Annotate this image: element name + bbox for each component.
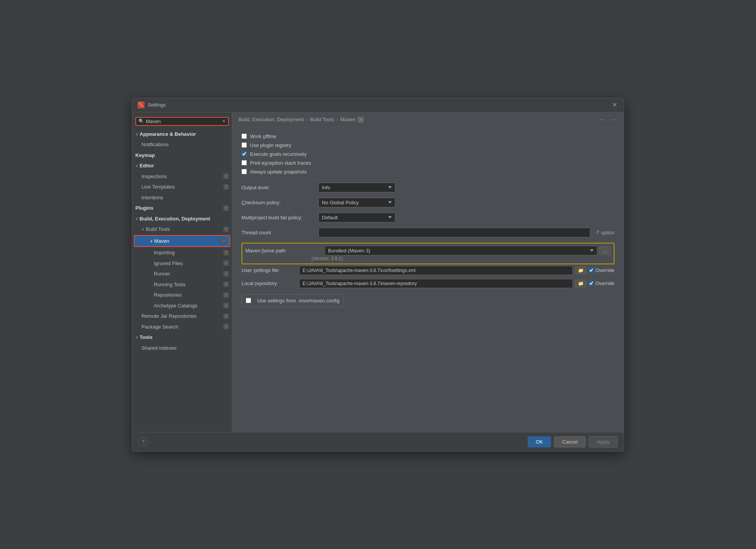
sidebar-item-remote-jar[interactable]: Remote Jar Repositories ≡ bbox=[132, 311, 232, 322]
use-plugin-registry-checkbox[interactable] bbox=[241, 142, 247, 148]
sidebar-item-intentions[interactable]: Intentions bbox=[132, 192, 232, 203]
expand-arrow: ∨ bbox=[135, 334, 138, 340]
sidebar-item-inspections[interactable]: Inspections ≡ bbox=[132, 171, 232, 182]
checksum-policy-row: Checksum policy: No Global Policy Fail W… bbox=[241, 198, 614, 207]
sidebar-item-label: Appearance & Behavior bbox=[140, 130, 196, 138]
checksum-policy-control: No Global Policy Fail Warn bbox=[318, 198, 614, 207]
thread-count-input[interactable] bbox=[318, 228, 590, 237]
mvn-config-checkbox[interactable] bbox=[246, 298, 251, 303]
sidebar-item-label: Notifications bbox=[142, 141, 169, 149]
user-settings-input[interactable] bbox=[299, 266, 573, 275]
work-offline-checkbox[interactable] bbox=[241, 133, 247, 139]
indicator-icon: ≡ bbox=[223, 303, 229, 308]
maven-home-select[interactable]: Bundled (Maven 3) Custom bbox=[325, 246, 597, 255]
sidebar-item-label: Running Tests bbox=[154, 281, 185, 289]
forward-button[interactable]: → bbox=[608, 116, 618, 123]
search-clear-icon[interactable]: ✕ bbox=[222, 118, 226, 124]
output-level-label: Output level: bbox=[241, 185, 318, 190]
checksum-policy-select[interactable]: No Global Policy Fail Warn bbox=[318, 198, 395, 207]
output-level-row: Output level: Info Debug Warn Error bbox=[241, 183, 614, 192]
thread-count-control: -T option bbox=[318, 228, 614, 237]
mvn-config-label[interactable]: Use settings from .mvn/maven.config bbox=[257, 298, 340, 304]
execute-goals-checkbox[interactable] bbox=[241, 151, 247, 157]
breadcrumb: Build, Execution, Deployment › Build Too… bbox=[238, 117, 364, 123]
sidebar-item-plugins[interactable]: Plugins ≡ bbox=[132, 203, 232, 214]
multiproject-policy-select[interactable]: Default AT_END NEVER FAIL_FAST bbox=[318, 213, 395, 222]
apply-button[interactable]: Apply bbox=[589, 436, 618, 447]
local-repo-control: 📁 bbox=[299, 279, 586, 288]
sidebar: 🔍 ✕ ∨ Appearance & Behavior Notification… bbox=[132, 112, 232, 432]
sidebar-item-label: Maven bbox=[154, 237, 169, 245]
sidebar-item-package-search[interactable]: Package Search ≡ bbox=[132, 322, 232, 332]
sidebar-item-label: Keymap bbox=[135, 152, 155, 159]
user-settings-browse-button[interactable]: 📁 bbox=[575, 267, 586, 274]
execute-goals-label[interactable]: Execute goals recursively bbox=[250, 151, 306, 157]
sidebar-item-importing[interactable]: Importing ≡ bbox=[132, 247, 232, 258]
sidebar-item-label: Repositories bbox=[154, 291, 182, 299]
nav-arrows: ← → bbox=[598, 116, 618, 123]
breadcrumb-part-3: Maven bbox=[340, 117, 355, 122]
maven-version-text: (Version: 3.8.1) bbox=[310, 256, 343, 261]
maven-home-inner: Maven home path: Bundled (Maven 3) Custo… bbox=[245, 246, 611, 255]
thread-count-row: Thread count -T option bbox=[241, 228, 614, 237]
indicator-icon: ≡ bbox=[223, 324, 229, 329]
sidebar-item-running-tests[interactable]: Running Tests ≡ bbox=[132, 279, 232, 290]
local-repo-override-row: Override bbox=[589, 280, 614, 286]
sidebar-item-archetype-catalogs[interactable]: Archetype Catalogs ≡ bbox=[132, 300, 232, 311]
help-button[interactable]: ? bbox=[138, 437, 148, 446]
use-plugin-registry-label[interactable]: Use plugin registry bbox=[250, 142, 291, 148]
search-icon: 🔍 bbox=[138, 118, 144, 124]
user-settings-override-checkbox[interactable] bbox=[589, 268, 594, 273]
sidebar-item-keymap[interactable]: Keymap bbox=[132, 150, 232, 161]
title-bar: 🔧 Settings ✕ bbox=[132, 98, 624, 112]
always-update-checkbox[interactable] bbox=[241, 169, 247, 174]
indicator-icon: ≡ bbox=[223, 174, 229, 179]
maven-version-info: (Version: 3.8.1) bbox=[245, 255, 611, 261]
ok-button[interactable]: OK bbox=[528, 436, 551, 447]
breadcrumb-sep-2: › bbox=[336, 117, 338, 122]
close-button[interactable]: ✕ bbox=[611, 101, 618, 109]
sidebar-item-notifications[interactable]: Notifications bbox=[132, 139, 232, 150]
sidebar-item-label: Ignored Files bbox=[154, 260, 183, 267]
user-settings-override-label[interactable]: Override bbox=[595, 267, 614, 273]
sidebar-item-repositories[interactable]: Repositories ≡ bbox=[132, 290, 232, 300]
sidebar-item-tools[interactable]: ∨ Tools bbox=[132, 332, 232, 343]
local-repo-row: Local repository: 📁 Override bbox=[241, 279, 614, 288]
maven-home-browse-button[interactable]: ... bbox=[599, 247, 611, 255]
work-offline-label[interactable]: Work offline bbox=[250, 133, 276, 139]
cancel-button[interactable]: Cancel bbox=[554, 436, 586, 447]
expand-arrow: ∨ bbox=[150, 238, 153, 244]
dialog-title: Settings bbox=[148, 102, 166, 108]
print-exception-checkbox[interactable] bbox=[241, 160, 247, 165]
local-repo-browse-button[interactable]: 📁 bbox=[575, 280, 586, 287]
local-repo-override-label[interactable]: Override bbox=[595, 280, 614, 286]
search-input[interactable] bbox=[146, 118, 222, 124]
sidebar-item-maven[interactable]: ∨ Maven ≡ bbox=[134, 235, 230, 247]
local-repo-input[interactable] bbox=[299, 279, 573, 288]
expand-arrow: ∨ bbox=[135, 131, 138, 137]
sidebar-item-build-exec[interactable]: ∨ Build, Execution, Deployment bbox=[132, 214, 232, 224]
title-bar-left: 🔧 Settings bbox=[138, 102, 166, 108]
indicator-icon: ≡ bbox=[223, 205, 229, 211]
sidebar-item-live-templates[interactable]: Live Templates ≡ bbox=[132, 182, 232, 192]
expand-arrow: ∨ bbox=[142, 226, 144, 232]
always-update-label[interactable]: Always update snapshots bbox=[250, 169, 306, 175]
indicator-icon: ≡ bbox=[223, 184, 229, 190]
indicator-icon: ≡ bbox=[223, 250, 229, 255]
local-repo-override-checkbox[interactable] bbox=[589, 281, 594, 286]
sidebar-item-runner[interactable]: Runner ≡ bbox=[132, 269, 232, 279]
sidebar-item-appearance[interactable]: ∨ Appearance & Behavior bbox=[132, 129, 232, 140]
sidebar-item-editor[interactable]: ∨ Editor bbox=[132, 160, 232, 171]
maven-home-section: Maven home path: Bundled (Maven 3) Custo… bbox=[241, 243, 614, 264]
output-level-select[interactable]: Info Debug Warn Error bbox=[318, 183, 395, 192]
back-button[interactable]: ← bbox=[598, 116, 607, 123]
sidebar-item-label: Build, Execution, Deployment bbox=[140, 215, 210, 223]
print-exception-label[interactable]: Print exception stack traces bbox=[250, 160, 311, 166]
thread-count-label: Thread count bbox=[241, 230, 318, 235]
sidebar-item-label: Package Search bbox=[142, 323, 178, 331]
sidebar-item-ignored-files[interactable]: Ignored Files ≡ bbox=[132, 258, 232, 269]
sidebar-item-label: Editor bbox=[140, 162, 154, 170]
checkbox-row-always-update: Always update snapshots bbox=[241, 169, 614, 175]
sidebar-item-build-tools[interactable]: ∨ Build Tools ≡ bbox=[132, 224, 232, 235]
sidebar-item-shared-indexes[interactable]: Shared Indexes bbox=[132, 343, 232, 354]
